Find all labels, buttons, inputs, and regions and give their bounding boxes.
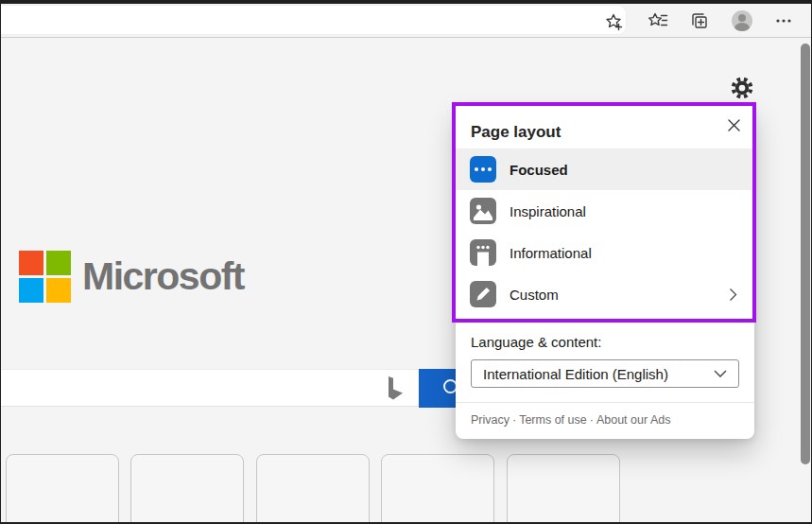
logo-square-blue [19, 278, 43, 303]
page-settings-gear-icon[interactable] [729, 75, 755, 101]
settings-menu-ellipsis-icon[interactable] [773, 10, 794, 31]
magnifier-icon [443, 379, 456, 393]
chevron-down-icon [714, 370, 727, 377]
popup-title: Page layout [471, 123, 739, 142]
language-section: Language & content: International Editio… [456, 315, 754, 388]
window-frame-left [0, 0, 1, 524]
image-mountains-icon [470, 198, 496, 224]
chevron-right-icon [729, 288, 737, 306]
layout-option-label: Informational [510, 245, 592, 261]
bing-logo-icon [384, 376, 405, 406]
layout-option-label: Focused [510, 162, 568, 178]
layout-option-label: Custom [510, 287, 559, 303]
browser-toolbar [0, 4, 812, 38]
window-frame-top [0, 0, 812, 4]
link-separator: · [587, 413, 596, 427]
layout-option-focused[interactable]: Focused [456, 148, 754, 190]
logo-square-red [19, 251, 43, 275]
quick-link-card[interactable] [256, 454, 370, 524]
language-dropdown-value: International Edition (English) [483, 366, 668, 382]
news-header-icon [470, 239, 496, 266]
close-icon[interactable] [725, 116, 742, 133]
quick-link-card[interactable] [6, 454, 119, 524]
language-dropdown[interactable]: International Edition (English) [471, 359, 739, 388]
logo-square-green [46, 251, 71, 275]
favorites-icon[interactable] [648, 10, 668, 31]
link-separator: · [510, 413, 519, 427]
language-label: Language & content: [471, 334, 739, 350]
page-layout-popup: Page layout Focused Inspirational [456, 106, 754, 439]
microsoft-logo-squares [19, 251, 71, 303]
search-button[interactable] [419, 369, 456, 408]
microsoft-logo-text: Microsoft [82, 254, 244, 299]
layout-option-label: Inspirational [510, 203, 586, 219]
profile-avatar-icon[interactable] [732, 10, 752, 31]
focused-dots-icon [470, 156, 496, 183]
quick-link-card[interactable] [507, 454, 620, 524]
microsoft-logo: Microsoft [19, 251, 244, 303]
avatar-body [734, 23, 750, 31]
quick-link-card[interactable] [381, 454, 494, 524]
popup-header: Page layout [456, 106, 754, 148]
quick-link-card[interactable] [130, 454, 244, 524]
layout-option-inspirational[interactable]: Inspirational [456, 190, 754, 232]
address-bar[interactable] [0, 6, 626, 34]
avatar-head [738, 14, 746, 22]
logo-square-yellow [46, 278, 71, 303]
add-favorite-star-icon[interactable] [603, 11, 624, 32]
about-ads-link[interactable]: About our Ads [596, 413, 671, 427]
search-input[interactable] [0, 369, 419, 407]
privacy-link[interactable]: Privacy [471, 413, 510, 427]
layout-option-informational[interactable]: Informational [456, 232, 754, 273]
collections-icon[interactable] [689, 10, 710, 31]
browser-window: Microsoft Page layout Focused [0, 0, 812, 524]
layout-option-custom[interactable]: Custom [456, 273, 754, 315]
footer-links: Privacy·Terms of use·About our Ads [456, 403, 754, 437]
pencil-icon [470, 281, 496, 307]
scrollbar-thumb[interactable] [801, 44, 810, 464]
terms-link[interactable]: Terms of use [519, 413, 587, 427]
